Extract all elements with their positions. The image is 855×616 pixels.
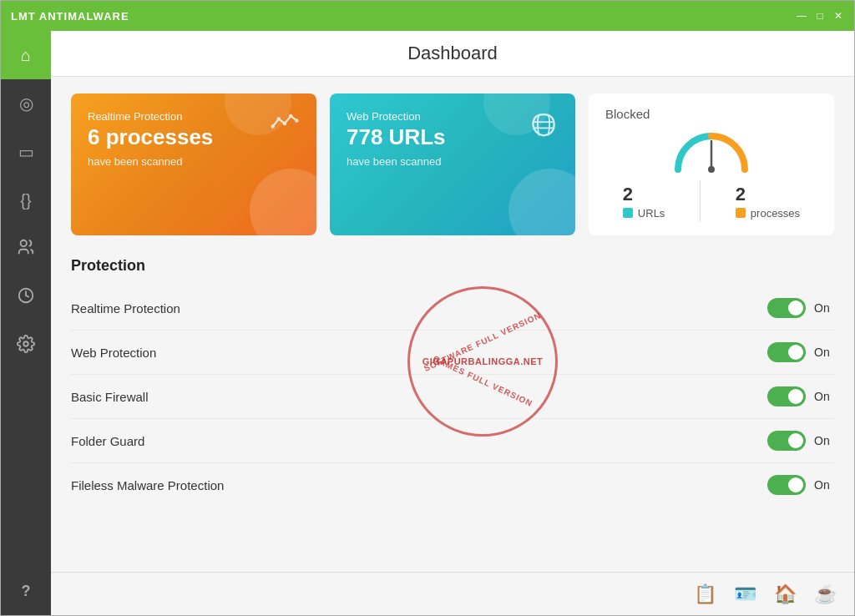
app-title: LMT ANTIMALWARE — [11, 10, 129, 23]
realtime-card-label: Realtime Protection — [88, 110, 300, 123]
toggle-realtime[interactable] — [767, 298, 806, 318]
protection-right-realtime: On — [767, 298, 834, 318]
blocked-processes-item: processes — [736, 207, 800, 220]
toggle-folder[interactable] — [767, 431, 806, 451]
sidebar-item-settings[interactable] — [1, 321, 51, 370]
web-card-label: Web Protection — [347, 110, 559, 123]
protection-right-web: On — [767, 342, 834, 362]
sidebar-bottom: ? — [1, 567, 51, 615]
protection-row-firewall: Basic Firewall On — [71, 375, 834, 419]
home-bottom-icon: 🏠 — [774, 583, 797, 605]
help-icon: ? — [22, 583, 31, 600]
toolbar-btn-coffee[interactable]: ☕ — [809, 578, 841, 610]
home-icon: ⌂ — [21, 46, 31, 65]
toggle-label-fileless: On — [814, 478, 834, 492]
protection-row-folder: Folder Guard On — [71, 419, 834, 463]
cards-area: Realtime Protection 6 processes have bee… — [51, 77, 854, 249]
blocked-processes-count: 2 — [736, 184, 800, 205]
sidebar: ⌂ ◎ ▭ {} — [1, 31, 51, 615]
api-icon: {} — [20, 191, 31, 210]
app-window: LMT ANTIMALWARE — □ ✕ ⌂ ◎ ▭ {} — [0, 0, 855, 616]
device-icon: ▭ — [18, 142, 34, 162]
protection-right-fileless: On — [767, 475, 834, 495]
toggle-label-web: On — [814, 346, 834, 359]
maximize-button[interactable]: □ — [814, 10, 826, 22]
web-card: Web Protection 778 URLs have been scanne… — [330, 93, 575, 235]
processes-color-dot — [736, 208, 746, 218]
protection-label-folder: Folder Guard — [71, 434, 144, 448]
toggle-web[interactable] — [767, 342, 806, 362]
svg-point-3 — [271, 124, 275, 129]
svg-point-0 — [21, 240, 27, 245]
sidebar-item-history[interactable] — [1, 273, 51, 321]
toggle-firewall[interactable] — [767, 386, 806, 406]
svg-point-11 — [708, 166, 715, 173]
main-layout: ⌂ ◎ ▭ {} — [1, 31, 854, 615]
sidebar-item-scan[interactable]: ◎ — [1, 79, 51, 128]
title-bar: LMT ANTIMALWARE — □ ✕ — [1, 1, 854, 31]
blocked-processes-group: 2 processes — [736, 184, 800, 220]
svg-point-2 — [23, 341, 28, 346]
card-bg-circle-1 — [250, 169, 316, 235]
settings-icon — [17, 335, 35, 357]
blocked-urls-item: URLs — [623, 207, 665, 220]
realtime-card-desc: have been scanned — [88, 155, 300, 168]
protection-row-fileless: Fileless Malware Protection On — [71, 463, 834, 507]
sidebar-item-device[interactable]: ▭ — [1, 128, 51, 176]
toolbar-btn-home[interactable]: 🏠 — [769, 578, 801, 610]
sidebar-item-home[interactable]: ⌂ — [1, 31, 51, 79]
content-body: SOFTWARE FULL VERSION GIGAPURBALINGGA.NE… — [51, 77, 854, 615]
history-icon — [17, 286, 35, 309]
protection-label-web: Web Protection — [71, 346, 156, 360]
toggle-fileless[interactable] — [767, 475, 806, 495]
toolbar-btn-id[interactable]: 🪪 — [729, 578, 761, 610]
blocked-urls-group: 2 URLs — [623, 184, 665, 220]
blocked-title: Blocked — [605, 107, 817, 121]
blocked-card: Blocked 2 — [589, 93, 834, 235]
scan-icon: ◎ — [19, 93, 33, 114]
blocked-values: 2 URLs 2 proce — [605, 180, 817, 222]
toolbar-btn-notes[interactable]: 📋 — [689, 578, 721, 610]
web-card-desc: have been scanned — [347, 155, 559, 168]
page-title: Dashboard — [71, 43, 834, 64]
bottom-toolbar: 📋 🪪 🏠 ☕ — [51, 572, 854, 615]
id-icon: 🪪 — [734, 583, 756, 605]
close-button[interactable]: ✕ — [832, 10, 844, 22]
toggle-label-folder: On — [814, 434, 834, 447]
toggle-label-realtime: On — [814, 301, 834, 315]
blocked-gauge — [605, 128, 817, 174]
protection-right-firewall: On — [767, 386, 834, 406]
sidebar-item-users[interactable] — [1, 225, 51, 273]
content-header: Dashboard — [51, 31, 854, 77]
notes-icon: 📋 — [694, 583, 716, 605]
blocked-urls-label: URLs — [638, 207, 665, 220]
sidebar-item-api[interactable]: {} — [1, 176, 51, 225]
web-card-bg-circle-1 — [508, 169, 575, 235]
window-controls: — □ ✕ — [796, 10, 844, 22]
protection-right-folder: On — [767, 431, 834, 451]
protection-label-firewall: Basic Firewall — [71, 390, 149, 404]
blocked-urls-count: 2 — [623, 184, 665, 205]
protection-row-realtime: Realtime Protection On — [71, 286, 834, 331]
toggle-label-firewall: On — [814, 390, 834, 403]
protection-section: Protection Realtime Protection On Web Pr… — [51, 249, 854, 572]
urls-color-dot — [623, 208, 633, 218]
minimize-button[interactable]: — — [796, 10, 807, 22]
blocked-processes-label: processes — [751, 207, 800, 220]
content-area: Dashboard SOFTWARE FULL VERSION GIGAPURB… — [51, 31, 854, 615]
protection-row-web: Web Protection On — [71, 331, 834, 375]
protection-label-realtime: Realtime Protection — [71, 301, 180, 316]
users-icon — [17, 238, 35, 260]
coffee-icon: ☕ — [814, 583, 837, 605]
realtime-card: Realtime Protection 6 processes have bee… — [71, 93, 316, 235]
blocked-divider — [700, 180, 701, 222]
protection-label-fileless: Fileless Malware Protection — [71, 478, 224, 492]
sidebar-item-help[interactable]: ? — [1, 567, 51, 615]
protection-section-title: Protection — [71, 257, 834, 275]
